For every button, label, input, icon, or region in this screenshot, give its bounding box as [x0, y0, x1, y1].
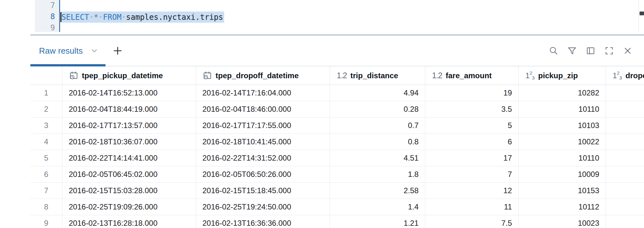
table-cell[interactable]: 10110	[519, 101, 606, 117]
table-cell[interactable]: 2016-02-17T17:17:55.000	[196, 118, 330, 133]
filter-button[interactable]	[567, 46, 577, 56]
row-number-cell: 4	[30, 134, 62, 150]
table-cell[interactable]: 7	[425, 166, 519, 182]
table-cell[interactable]: 17	[425, 150, 519, 166]
table-cell[interactable]: 2016-02-13T16:36:36.000	[196, 215, 330, 228]
table-cell[interactable]: 1.4	[330, 199, 425, 215]
datetime-type-icon	[203, 71, 212, 80]
sql-token: ·	[122, 13, 126, 22]
table-cell[interactable]: 2016-02-22T14:14:41.000	[62, 150, 196, 166]
editor-active-code-line[interactable]: SELECT·*·FROM·samples.nyctaxi.trips	[60, 11, 224, 23]
table-cell[interactable]	[606, 166, 644, 182]
active-tab-indicator	[30, 64, 106, 66]
table-cell[interactable]	[606, 150, 644, 166]
table-cell[interactable]: 2016-02-14T17:16:04.000	[196, 85, 330, 101]
add-result-tab-button[interactable]	[111, 44, 124, 57]
plus-icon	[112, 45, 123, 56]
editor-line-number-gutter: 789	[35, 0, 59, 32]
editor-gutter-active-border	[59, 0, 60, 32]
table-cell[interactable]: 0.28	[330, 101, 425, 117]
table-cell[interactable]: 4.51	[330, 150, 425, 166]
selected-sql-text[interactable]: SELECT·*·FROM·samples.nyctaxi.trips	[61, 11, 224, 23]
table-cell[interactable]: 0.8	[330, 134, 425, 150]
row-number-cell: 1	[30, 85, 62, 101]
row-number-cell: 7	[30, 183, 62, 199]
table-cell[interactable]: 2016-02-05T06:45:02.000	[62, 166, 196, 182]
table-cell[interactable]: 7.5	[425, 215, 519, 228]
table-cell[interactable]: 10112	[519, 199, 606, 215]
header-cell-dropoff_zip[interactable]: 123dropoff_zip	[606, 66, 644, 85]
table-cell[interactable]: 2016-02-15T15:03:28.000	[62, 183, 196, 199]
header-cell-tpep_dropoff_datetime[interactable]: tpep_dropoff_datetime	[196, 66, 330, 85]
column-label: pickup_zip	[538, 71, 578, 80]
close-button[interactable]	[623, 46, 632, 56]
table-cell[interactable]: 10023	[519, 215, 606, 228]
table-cell[interactable]: 10110	[519, 150, 606, 166]
table-cell[interactable]: 2016-02-05T06:50:26.000	[196, 166, 330, 182]
editor-scrollbar-thumb[interactable]	[640, 11, 644, 15]
table-cell[interactable]: 1.21	[330, 215, 425, 228]
row-number-cell: 6	[30, 166, 62, 182]
table-cell[interactable]: 3.5	[425, 101, 519, 117]
row-number-cell: 5	[30, 150, 62, 166]
table-cell[interactable]: 2016-02-25T19:24:50.000	[196, 199, 330, 215]
header-cell-fare_amount[interactable]: 1.2fare_amount	[425, 66, 519, 85]
integer-type-icon: 123	[525, 72, 535, 80]
table-cell[interactable]: 12	[425, 183, 519, 199]
table-cell[interactable]	[606, 199, 644, 215]
columns-button[interactable]	[586, 46, 595, 56]
table-cell[interactable]: 2016-02-13T16:28:18.000	[62, 215, 196, 228]
table-row: 32016-02-17T17:13:57.0002016-02-17T17:17…	[30, 118, 644, 134]
column-label: tpep_dropoff_datetime	[216, 71, 299, 80]
results-tab-bar: Raw results	[30, 36, 644, 66]
table-row: 42016-02-18T10:36:07.0002016-02-18T10:41…	[30, 134, 644, 150]
table-cell[interactable]: 6	[425, 134, 519, 150]
sql-token: ·	[89, 13, 94, 22]
table-cell[interactable]: 10103	[519, 118, 606, 133]
table-cell[interactable]: 2016-02-04T18:46:00.000	[196, 101, 330, 117]
chevron-down-icon[interactable]	[90, 47, 98, 55]
header-cell-tpep_pickup_datetime[interactable]: tpep_pickup_datetime	[62, 66, 196, 85]
table-cell[interactable]: 11	[425, 199, 519, 215]
table-cell[interactable]	[606, 183, 644, 199]
row-number-cell: 3	[30, 118, 62, 133]
table-cell[interactable]: 2016-02-17T17:13:57.000	[62, 118, 196, 133]
fullscreen-button[interactable]	[604, 46, 614, 56]
table-cell[interactable]: 10009	[519, 166, 606, 182]
table-cell[interactable]	[606, 85, 644, 101]
table-cell[interactable]: 4.94	[330, 85, 425, 101]
table-cell[interactable]: 2016-02-18T10:36:07.000	[62, 134, 196, 150]
table-cell[interactable]	[606, 101, 644, 117]
table-row: 82016-02-25T19:09:26.0002016-02-25T19:24…	[30, 199, 644, 215]
table-cell[interactable]: 5	[425, 118, 519, 133]
table-cell[interactable]: 1.8	[330, 166, 425, 182]
double-type-icon: 1.2	[337, 71, 347, 80]
table-cell[interactable]: 2016-02-15T15:18:45.000	[196, 183, 330, 199]
table-cell[interactable]	[606, 134, 644, 150]
table-cell[interactable]: 0.7	[330, 118, 425, 133]
table-cell[interactable]: 2016-02-25T19:09:26.000	[62, 199, 196, 215]
table-body: 12016-02-14T16:52:13.0002016-02-14T17:16…	[30, 85, 644, 228]
table-cell[interactable]: 2016-02-18T10:41:45.000	[196, 134, 330, 150]
table-row: 12016-02-14T16:52:13.0002016-02-14T17:16…	[30, 85, 644, 101]
table-cell[interactable]	[606, 215, 644, 228]
table-cell[interactable]: 19	[425, 85, 519, 101]
table-cell[interactable]: 2016-02-04T18:44:19.000	[62, 101, 196, 117]
table-cell[interactable]	[606, 118, 644, 133]
header-cell-pickup_zip[interactable]: 123pickup_zip	[519, 66, 606, 85]
tab-raw-results[interactable]: Raw results	[30, 36, 104, 66]
filter-icon	[567, 46, 577, 56]
table-cell[interactable]: 10282	[519, 85, 606, 101]
table-cell[interactable]: 2016-02-14T16:52:13.000	[62, 85, 196, 101]
header-cell-trip_distance[interactable]: 1.2trip_distance	[330, 66, 425, 85]
table-cell[interactable]: 10153	[519, 183, 606, 199]
line-number: 7	[35, 0, 59, 11]
table-row: 22016-02-04T18:44:19.0002016-02-04T18:46…	[30, 101, 644, 118]
header-cell-rownum	[30, 66, 62, 85]
table-cell[interactable]: 10022	[519, 134, 606, 150]
search-button[interactable]	[549, 46, 558, 56]
row-number-cell: 9	[30, 215, 62, 228]
table-cell[interactable]: 2016-02-22T14:31:52.000	[196, 150, 330, 166]
table-cell[interactable]: 2.58	[330, 183, 425, 199]
sql-editor[interactable]: 789 SELECT·*·FROM·samples.nyctaxi.trips	[0, 0, 644, 34]
